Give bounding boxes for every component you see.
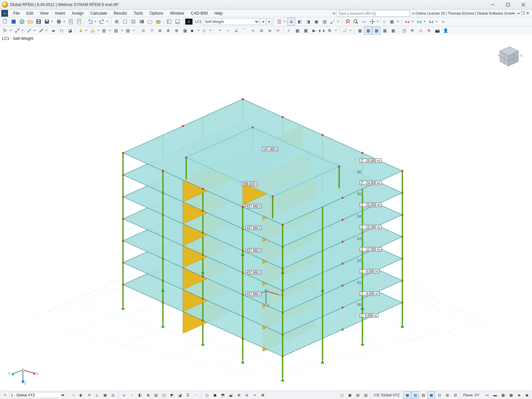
menu-view[interactable]: View [37,10,52,17]
delete-mesh-icon[interactable]: ▦̸ [302,27,310,35]
print-icon[interactable] [55,18,66,26]
s-b-icon[interactable]: ◧ [136,391,144,399]
view-shade-icon[interactable] [154,18,162,26]
panel-left-icon[interactable] [165,18,173,26]
tool-b-icon[interactable]: ◨ [304,18,312,26]
warning-icon[interactable]: ⚠ [417,27,425,35]
line-load-icon[interactable] [89,27,100,35]
person-icon[interactable]: 👤 [442,27,450,35]
s-k-icon[interactable]: ⬒ [219,391,226,399]
sv-e-icon[interactable]: ▦ [404,391,411,399]
design-icon[interactable]: ⚙ [327,27,338,35]
trim-icon[interactable]: ✂ [274,27,282,35]
zoom-icon[interactable] [352,18,360,26]
ortho-view-icon[interactable]: ▦ [389,18,400,26]
camera-icon[interactable]: 📷 [433,27,441,35]
material-icon[interactable]: ◆ [189,27,201,35]
s-c-icon[interactable]: ▥ [152,391,160,399]
open-icon[interactable] [26,18,34,26]
report-icon[interactable] [67,18,75,26]
menu-assign[interactable]: Assign [68,10,87,17]
s-p-icon[interactable]: 〓 [259,391,266,399]
rigid-link-icon[interactable]: ⊗ [173,27,181,35]
sv-d-icon[interactable]: ▥ [362,391,369,399]
loadcase-select[interactable]: Self-Weight [203,18,260,25]
rectangle-icon[interactable]: ▭ [360,18,368,26]
app-menu-icon[interactable]: ≡ [1,10,8,17]
s-i-icon[interactable]: ◻ [203,391,210,399]
view-trans-icon[interactable] [129,18,137,26]
sv-h-icon[interactable]: ▩ [428,391,435,399]
snap-center-icon[interactable]: ◎ [109,391,117,399]
axis-z-icon[interactable]: ↳z [427,18,439,26]
snap-endpoint-icon[interactable]: ○ [69,391,77,399]
s-a-icon[interactable]: ▫ [128,391,136,399]
clip-icon[interactable]: ◳ [400,27,408,35]
snap-perp-icon[interactable]: ⊥ [93,391,101,399]
support-point-icon[interactable]: ▽ [148,27,156,35]
model-canvas[interactable]: X Y Z [0,35,532,391]
more-tools-icon[interactable]: » [439,18,447,26]
tool-c-icon[interactable]: ▣ [312,18,320,26]
guide-icon[interactable]: ∿ [249,27,257,35]
menu-cad-bim[interactable]: CAD-BIM [188,10,211,17]
support-line-icon[interactable]: ≣ [156,27,164,35]
calc-icon[interactable]: ▶ [310,27,318,35]
sv-l-icon[interactable]: ▭ [483,391,491,399]
status-cursor-icon[interactable]: ⌖ [1,391,9,399]
ortho-drop-icon[interactable]: ⊞ [144,391,152,399]
s-h-icon[interactable]: ⋯ [192,391,200,399]
redo-icon[interactable] [98,18,110,26]
loads-display-icon[interactable]: ▦ [381,27,389,35]
sv-q-icon[interactable]: ◉ [523,391,531,399]
s-n-icon[interactable]: ⊖ [243,391,250,399]
mesh-refine-icon[interactable]: ▦ [181,27,189,35]
s-o-icon[interactable]: ≡ [251,391,258,399]
model-display-icon[interactable]: ▦ [372,27,380,35]
sv-n-icon[interactable]: ▦ [499,391,507,399]
result-diag-icon[interactable]: 📈 [341,27,353,35]
sv-b-icon[interactable]: ▣ [346,391,353,399]
coord-system-select[interactable]: 1 - Global XYZ [9,392,66,398]
menu-options[interactable]: Options [146,10,167,17]
sv-p-icon[interactable]: ◈ [515,391,523,399]
load-arrow-icon[interactable] [77,27,88,35]
doc-restore-button[interactable]: ❐ [521,11,525,16]
axis-y-icon[interactable]: ↳y [415,18,427,26]
keyword-search-input[interactable] [336,10,410,17]
dim-arc-icon[interactable]: ⌒ [241,27,249,35]
window-maximize-button[interactable] [501,1,515,9]
loadcase-next-button[interactable]: ► [266,18,272,25]
menu-edit[interactable]: Edit [23,10,37,17]
mesh-icon[interactable]: ▦ [293,27,301,35]
grid-toggle-icon[interactable]: ▦ [356,27,364,35]
visibility-icon[interactable]: 👁 [408,27,416,35]
move-icon[interactable] [368,18,380,26]
tool-d-icon[interactable]: ▤ [321,18,329,26]
menu-help[interactable]: Help [211,10,226,17]
eccentricity-icon[interactable]: ⊕ [164,27,172,35]
menu-file[interactable]: File [10,10,23,17]
nav-home-icon[interactable]: ⌂ [380,18,388,26]
gen-load-icon[interactable]: ▧ [125,27,136,35]
menu-tools[interactable]: Tools [130,10,146,17]
panel-bottom-icon[interactable] [174,18,182,26]
node-icon[interactable] [13,27,25,35]
menu-calculate[interactable]: Calculate [87,10,110,17]
keyword-link-icon[interactable]: ⇥ [332,11,335,16]
menu-window[interactable]: Window [167,10,188,17]
sv-i-icon[interactable]: ⊡ [436,391,443,399]
workplane-drop-icon[interactable]: ▱ [120,391,128,399]
snap-grid-icon[interactable]: ▦ [101,391,109,399]
dim-icon[interactable]: ↔ [224,27,232,35]
sv-o-icon[interactable]: ▦ [507,391,515,399]
license-link-icon[interactable]: ⇥ [411,11,414,16]
s-l-icon[interactable]: ⬓ [227,391,234,399]
view-section-icon[interactable] [138,18,146,26]
window-close-button[interactable] [517,1,530,9]
hinge-icon[interactable]: ⊙ [139,27,147,35]
results-display-icon[interactable]: ▦ [389,27,397,35]
sv-m-icon[interactable]: ▬ [491,391,499,399]
display-scale-icon[interactable] [329,18,340,26]
view-solid-icon[interactable] [113,18,121,26]
